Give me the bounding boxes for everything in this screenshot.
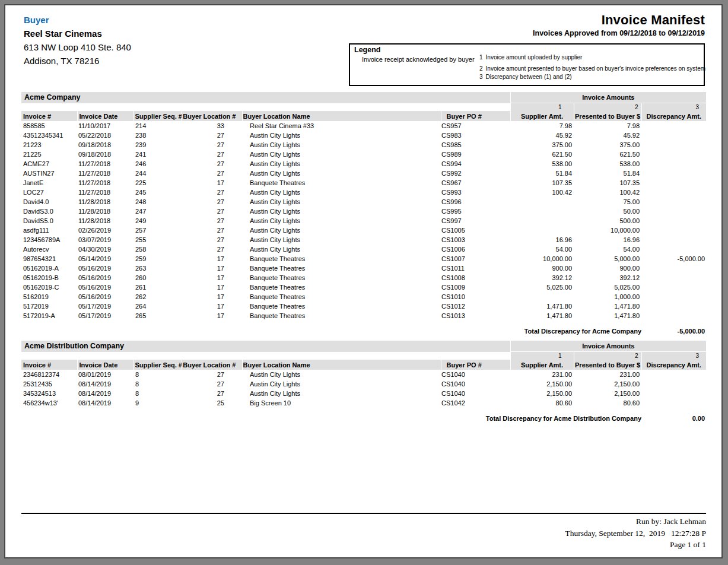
presented-amt-cell: 375.00 — [574, 140, 641, 150]
discrepancy-amt-cell — [641, 311, 706, 320]
buyer-location-num-cell: 27 — [182, 389, 242, 398]
supplier-amt-cell: 2,150.00 — [510, 379, 574, 389]
col-discrepancy-amt: Discrepancy Amt. — [641, 360, 706, 370]
invoice-row: 5162019 05/16/2019 262 17 Banquete Theat… — [21, 292, 706, 301]
amount-col-number-1: 1 — [510, 352, 574, 360]
buyer-po-cell: CS1006 — [441, 245, 510, 254]
presented-amt-cell: 500.00 — [574, 216, 641, 226]
supplier-seq-cell: 263 — [133, 264, 182, 273]
supplier-amt-cell: 1,471.80 — [510, 311, 574, 320]
presented-amt-cell: 5,025.00 — [574, 282, 641, 292]
col-invoice-date: Invoice Date — [77, 111, 133, 121]
buyer-po-cell: CS1040 — [441, 379, 510, 389]
invoice-number-cell: LOC27 — [21, 188, 77, 197]
buyer-po-cell: CS997 — [441, 216, 510, 226]
invoice-row: David4.0 11/28/2018 248 27 Austin City L… — [21, 197, 706, 207]
invoice-date-cell: 11/28/2018 — [77, 216, 133, 226]
supplier-amt-cell: 51.84 — [510, 169, 574, 178]
buyer-location-num-cell: 27 — [182, 197, 242, 207]
buyer-po-cell: CS983 — [441, 131, 510, 140]
supplier-seq-cell: 258 — [133, 245, 182, 254]
supplier-amt-cell: 375.00 — [510, 140, 574, 150]
invoice-number-cell: asdfg111 — [21, 226, 77, 235]
invoice-row: AUSTIN27 11/27/2018 244 27 Austin City L… — [21, 169, 706, 178]
amount-col-number-3: 3 — [641, 352, 706, 360]
presented-amt-cell: 2,150.00 — [574, 389, 641, 398]
buyer-location-num-cell: 17 — [182, 292, 242, 301]
company-name: Acme Company — [21, 92, 510, 103]
presented-amt-cell: 54.00 — [574, 245, 641, 254]
discrepancy-amt-cell — [641, 389, 706, 398]
spacer-cell — [21, 352, 510, 360]
discrepancy-amt-cell — [641, 273, 706, 282]
buyer-location-name-cell: Big Screen 10 — [242, 398, 441, 408]
supplier-seq-cell: 238 — [133, 131, 182, 140]
invoice-date-cell: 09/18/2018 — [77, 140, 133, 150]
buyer-label: Buyer — [24, 13, 131, 27]
supplier-seq-cell: 214 — [133, 121, 182, 131]
discrepancy-amt-cell — [641, 301, 706, 311]
buyer-po-cell: CS1011 — [441, 264, 510, 273]
supplier-seq-cell: 8 — [133, 389, 182, 398]
title-block: Invoice Manifest Invoices Approved from … — [533, 13, 705, 37]
supplier-amt-cell: 231.00 — [510, 370, 574, 379]
invoice-date-cell: 02/26/2019 — [77, 226, 133, 235]
discrepancy-amt-cell — [641, 140, 706, 150]
spacer-cell — [21, 103, 510, 112]
buyer-po-cell: CS996 — [441, 197, 510, 207]
invoice-date-cell: 08/14/2019 — [77, 389, 133, 398]
invoice-row: 5172019 05/17/2019 264 17 Banquete Theat… — [21, 301, 706, 311]
presented-amt-cell: 1,471.80 — [574, 311, 641, 320]
buyer-location-name-cell: Austin City Lights — [242, 150, 441, 159]
buyer-po-cell: CS1013 — [441, 311, 510, 320]
discrepancy-amt-cell — [641, 226, 706, 235]
invoice-row: DavidS3.0 11/28/2018 247 27 Austin City … — [21, 207, 706, 216]
presented-amt-cell: 10,000.00 — [574, 226, 641, 235]
invoice-tables: Acme Company Invoice Amounts 1 2 3 Invoi… — [21, 92, 706, 424]
buyer-po-cell: CS993 — [441, 188, 510, 197]
invoice-row: 05162019-B 05/16/2019 260 17 Banquete Th… — [21, 273, 706, 282]
col-buyer-location-name: Buyer Location Name — [242, 360, 441, 370]
supplier-seq-cell: 246 — [133, 159, 182, 169]
invoice-table: Acme Company Invoice Amounts 1 2 3 Invoi… — [21, 92, 706, 337]
invoice-number-cell: DavidS5.0 — [21, 216, 77, 226]
invoice-row: ACME27 11/27/2018 246 27 Austin City Lig… — [21, 159, 706, 169]
legend-heading: Legend — [350, 45, 704, 54]
discrepancy-amt-cell — [641, 216, 706, 226]
total-discrepancy-value: 0.00 — [641, 408, 706, 424]
discrepancy-amt-cell — [641, 197, 706, 207]
discrepancy-amt-cell — [641, 370, 706, 379]
invoice-number-cell: 05162019-A — [21, 264, 77, 273]
invoice-number-cell: 5172019-A — [21, 311, 77, 320]
discrepancy-amt-cell — [641, 398, 706, 408]
supplier-amt-cell — [510, 207, 574, 216]
invoice-date-cell: 11/27/2018 — [77, 188, 133, 197]
invoice-date-cell: 03/07/2019 — [77, 235, 133, 245]
supplier-amt-cell: 45.92 — [510, 131, 574, 140]
col-buyer-location-num: Buyer Location # — [182, 111, 242, 121]
invoice-date-cell: 05/17/2019 — [77, 301, 133, 311]
legend-item: 2Invoice amount presented to buyer based… — [479, 65, 705, 72]
invoice-row: 21223 09/18/2018 239 27 Austin City Ligh… — [21, 140, 706, 150]
report-footer: Run by: Jack Lehman Thursday, September … — [21, 513, 706, 551]
discrepancy-amt-cell — [641, 131, 706, 140]
report-subtitle: Invoices Approved from 09/12/2018 to 09/… — [533, 29, 705, 37]
supplier-amt-cell: 16.96 — [510, 235, 574, 245]
buyer-po-cell: CS1009 — [441, 282, 510, 292]
supplier-seq-cell: 248 — [133, 197, 182, 207]
buyer-location-name-cell: Banquete Theatres — [242, 292, 441, 301]
col-presented-to-buyer: Presented to Buyer $ — [574, 111, 641, 121]
supplier-amt-cell: 538.00 — [510, 159, 574, 169]
total-discrepancy-value: -5,000.00 — [641, 320, 706, 337]
amount-col-number-3: 3 — [641, 103, 706, 112]
invoice-date-cell: 11/27/2018 — [77, 159, 133, 169]
supplier-amt-cell: 392.12 — [510, 273, 574, 282]
buyer-location-name-cell: Austin City Lights — [242, 140, 441, 150]
supplier-seq-cell: 261 — [133, 282, 182, 292]
invoice-number-cell: 5162019 — [21, 292, 77, 301]
buyer-po-cell: CS992 — [441, 169, 510, 178]
buyer-po-cell: CS994 — [441, 159, 510, 169]
invoice-table: Acme Distribution Company Invoice Amount… — [21, 341, 706, 424]
supplier-seq-cell: 257 — [133, 226, 182, 235]
buyer-location-num-cell: 17 — [182, 178, 242, 188]
